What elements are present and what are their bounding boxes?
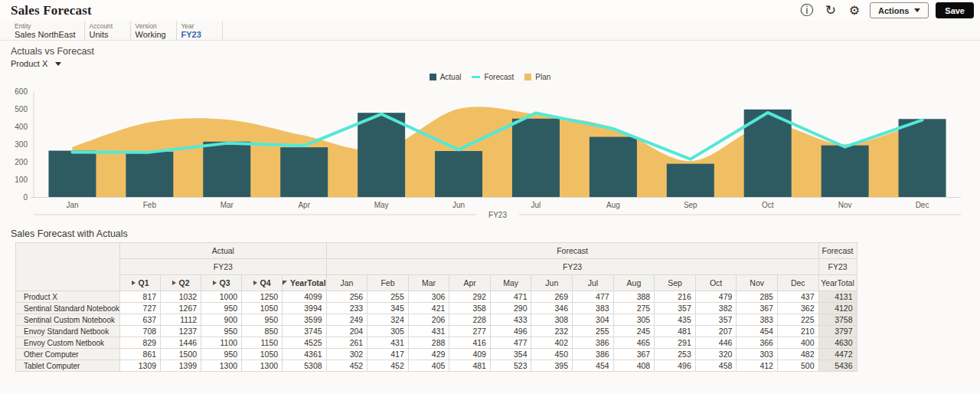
grid-cell[interactable]: 4131 xyxy=(818,291,857,303)
expand-icon[interactable] xyxy=(172,281,176,285)
column-header-jul-11[interactable]: Jul xyxy=(573,275,614,291)
grid-cell[interactable]: 1250 xyxy=(242,291,283,303)
legend-item-actual[interactable]: Actual xyxy=(430,73,462,81)
grid-cell[interactable]: 1237 xyxy=(161,326,201,337)
grid-cell[interactable]: 305 xyxy=(613,314,655,326)
grid-cell[interactable]: 431 xyxy=(408,326,449,337)
actions-button[interactable]: Actions xyxy=(870,2,929,18)
actual-bar-apr[interactable] xyxy=(280,147,328,197)
grid-cell[interactable]: 454 xyxy=(737,326,778,337)
row-header[interactable]: Envoy Standard Netbook xyxy=(16,326,120,337)
grid-cell[interactable]: 308 xyxy=(531,314,573,326)
grid-cell[interactable]: 232 xyxy=(531,326,573,337)
grid-cell[interactable]: 386 xyxy=(573,349,614,360)
grid-cell[interactable]: 435 xyxy=(655,314,696,326)
grid-cell[interactable]: 324 xyxy=(368,314,409,326)
grid-cell[interactable]: 388 xyxy=(613,291,655,303)
grid-cell[interactable]: 708 xyxy=(120,326,161,337)
grid-cell[interactable]: 4361 xyxy=(283,349,327,360)
row-header[interactable]: Product X xyxy=(16,291,120,303)
actual-bar-nov[interactable] xyxy=(822,146,869,198)
actual-bar-jun[interactable] xyxy=(435,151,482,197)
expand-icon[interactable] xyxy=(213,281,217,285)
grid-cell[interactable]: 950 xyxy=(201,326,242,337)
grid-cell[interactable]: 207 xyxy=(695,326,737,337)
column-header-apr-8[interactable]: Apr xyxy=(449,275,491,291)
legend-item-plan[interactable]: Plan xyxy=(524,73,550,81)
grid-cell[interactable]: 482 xyxy=(777,349,818,360)
grid-cell[interactable]: 496 xyxy=(655,360,696,372)
grid-cell[interactable]: 850 xyxy=(242,326,283,337)
column-header-oct-14[interactable]: Oct xyxy=(695,275,737,291)
grid-cell[interactable]: 291 xyxy=(655,337,696,349)
column-header-jan-5[interactable]: Jan xyxy=(326,275,368,291)
grid-cell[interactable]: 454 xyxy=(573,360,614,372)
grid-cell[interactable]: 255 xyxy=(573,326,614,337)
column-header-q3-2[interactable]: Q3 xyxy=(201,275,242,291)
grid-cell[interactable]: 471 xyxy=(490,291,531,303)
column-header-dec-16[interactable]: Dec xyxy=(777,275,818,291)
grid-cell[interactable]: 421 xyxy=(408,303,449,314)
grid-cell[interactable]: 3994 xyxy=(283,303,327,314)
grid-cell[interactable]: 386 xyxy=(573,337,614,349)
column-header-q2-1[interactable]: Q2 xyxy=(161,275,201,291)
grid-cell[interactable]: 1399 xyxy=(161,360,201,372)
actual-bar-feb[interactable] xyxy=(126,152,173,198)
pov-item-year[interactable]: Year FY23 xyxy=(177,21,223,40)
grid-cell[interactable]: 1150 xyxy=(242,337,283,349)
grid-cell[interactable]: 1032 xyxy=(161,291,201,303)
actual-bar-may[interactable] xyxy=(358,113,405,197)
grid-cell[interactable]: 225 xyxy=(777,314,818,326)
grid-cell[interactable]: 275 xyxy=(613,303,655,314)
grid-cell[interactable]: 3797 xyxy=(818,326,857,337)
legend-item-forecast[interactable]: Forecast xyxy=(472,73,514,81)
actual-bar-aug[interactable] xyxy=(590,137,637,198)
refresh-icon[interactable]: ↻ xyxy=(822,2,839,19)
grid-cell[interactable]: 285 xyxy=(737,291,778,303)
grid-cell[interactable]: 500 xyxy=(777,360,818,372)
grid-cell[interactable]: 4099 xyxy=(283,291,327,303)
grid-cell[interactable]: 302 xyxy=(326,349,368,360)
grid-cell[interactable]: 362 xyxy=(777,303,818,314)
column-header-mar-7[interactable]: Mar xyxy=(408,275,449,291)
grid-cell[interactable]: 431 xyxy=(368,337,409,349)
grid-cell[interactable]: 367 xyxy=(737,303,778,314)
grid-cell[interactable]: 3758 xyxy=(818,314,857,326)
grid-cell[interactable]: 357 xyxy=(655,303,696,314)
column-header-jun-10[interactable]: Jun xyxy=(531,275,573,291)
grid-cell[interactable]: 400 xyxy=(777,337,818,349)
column-header-yeartotal-17[interactable]: YearTotal xyxy=(818,275,857,291)
grid-cell[interactable]: 3745 xyxy=(283,326,327,337)
grid-cell[interactable]: 417 xyxy=(368,349,409,360)
grid-cell[interactable]: 433 xyxy=(490,314,531,326)
grid-cell[interactable]: 249 xyxy=(326,314,368,326)
column-header-q4-3[interactable]: Q4 xyxy=(242,275,283,291)
grid-cell[interactable]: 408 xyxy=(613,360,655,372)
grid-cell[interactable]: 429 xyxy=(408,349,449,360)
grid-cell[interactable]: 204 xyxy=(326,326,368,337)
grid-cell[interactable]: 861 xyxy=(120,349,161,360)
grid-cell[interactable]: 256 xyxy=(326,291,368,303)
actual-bar-sep[interactable] xyxy=(667,164,714,198)
settings-icon[interactable]: ⚙ xyxy=(846,2,863,19)
grid-cell[interactable]: 253 xyxy=(655,349,696,360)
column-header-may-9[interactable]: May xyxy=(490,275,531,291)
row-header[interactable]: Sentinal Custom Notebook xyxy=(16,314,120,326)
grid-cell[interactable]: 1267 xyxy=(161,303,201,314)
grid-cell[interactable]: 366 xyxy=(737,337,778,349)
row-header[interactable]: Other Computer xyxy=(16,349,120,360)
grid-cell[interactable]: 637 xyxy=(120,314,161,326)
column-header-q1-0[interactable]: Q1 xyxy=(120,275,161,291)
grid-cell[interactable]: 450 xyxy=(531,349,573,360)
grid-cell[interactable]: 290 xyxy=(490,303,531,314)
grid-cell[interactable]: 1300 xyxy=(242,360,283,372)
grid-cell[interactable]: 950 xyxy=(242,314,283,326)
grid-cell[interactable]: 405 xyxy=(408,360,449,372)
grid-cell[interactable]: 900 xyxy=(201,314,242,326)
grid-cell[interactable]: 437 xyxy=(777,291,818,303)
save-button[interactable]: Save xyxy=(936,2,974,18)
grid-cell[interactable]: 402 xyxy=(531,337,573,349)
grid-cell[interactable]: 346 xyxy=(531,303,573,314)
collapse-icon[interactable] xyxy=(283,281,287,285)
product-selector[interactable]: Product X xyxy=(11,59,61,68)
